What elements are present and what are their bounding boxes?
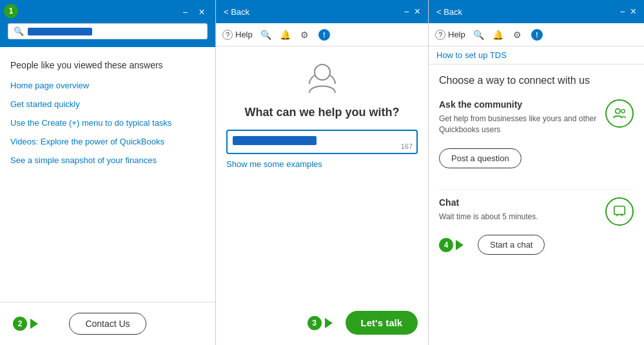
step-badge-2-wrapper: 2 [13,317,38,331]
community-section: Ask the community Get help from business… [439,99,634,142]
chat-section-left: Chat Wait time is about 5 minutes. [439,197,605,229]
panel1-topbar: 1 − × [8,6,208,18]
help-input-highlight [233,136,317,145]
panel2-nav: ? Help 🔍 🔔 ⚙ ! [216,23,428,46]
link-create-menu[interactable]: Use the Create (+) menu to do typical ta… [10,118,205,128]
chat-section: Chat Wait time is about 5 minutes. [439,197,634,229]
user-badge-p3[interactable]: ! [531,29,543,41]
close-button-p3[interactable]: × [630,6,636,17]
svg-point-0 [315,64,330,80]
help-nav-item[interactable]: ? Help [222,30,253,40]
close-button[interactable]: × [196,6,208,18]
svg-point-2 [621,110,625,113]
minimize-button[interactable]: − [179,6,191,18]
step-badge-1: 1 [4,4,18,18]
step-badge-4: 4 [439,238,453,252]
help-panel-1: 1 − × 🔍 People like you viewed these ans… [0,0,216,345]
start-chat-button[interactable]: Start a chat [478,235,545,255]
panel2-header: < Back − × [216,0,428,23]
link-get-started[interactable]: Get started quickly [10,99,205,109]
panel2-footer: 3 Let's talk [216,301,428,345]
char-count: 167 [401,143,413,150]
svg-point-1 [616,109,620,113]
panel3-nav: ? Help 🔍 🔔 ⚙ ! [429,23,644,46]
panel3-header-right: − × [620,6,636,17]
back-button-p3[interactable]: < Back [436,7,462,17]
user-badge[interactable]: ! [318,29,330,41]
section-title: People like you viewed these answers [10,60,205,70]
search-icon: 🔍 [14,26,24,36]
help-label-p3: Help [448,30,465,39]
svg-rect-3 [614,206,625,214]
panel2-body: What can we help you with? 167 Show me s… [216,46,428,301]
arrow-right-icon [30,319,38,329]
step-badge-2: 2 [13,317,27,331]
bell-icon[interactable]: 🔔 [280,29,291,41]
step-badge-3-wrapper: 3 [307,316,333,330]
gear-icon-p3[interactable]: ⚙ [512,29,523,41]
community-title: Ask the community [439,99,605,110]
contact-us-button[interactable]: Contact Us [69,313,146,335]
link-snapshot[interactable]: See a simple snapshot of your finances [10,155,205,165]
community-section-left: Ask the community Get help from business… [439,99,605,142]
help-nav-item-p3[interactable]: ? Help [435,30,465,40]
gear-icon[interactable]: ⚙ [299,29,311,41]
search-box[interactable]: 🔍 [8,23,208,39]
help-icon-p3: ? [435,30,445,40]
section-divider [439,189,634,190]
link-home-overview[interactable]: Home page overview [10,81,205,90]
panel1-header: 1 − × 🔍 [0,0,215,47]
panel1-content: People like you viewed these answers Hom… [0,47,215,302]
community-icon [605,99,634,128]
start-chat-area: 4 Start a chat [439,235,634,255]
chat-title: Chat [439,197,605,208]
chat-icon [605,197,634,226]
tds-link[interactable]: How to set up TDS [429,46,644,64]
bell-icon-p3[interactable]: 🔔 [493,29,504,41]
lets-talk-button[interactable]: Let's talk [346,311,418,335]
step-badge-4-wrapper: 4 [439,238,463,252]
post-question-button[interactable]: Post a question [439,148,522,168]
panel1-footer: 2 Contact Us [0,302,215,345]
agent-icon [303,59,342,98]
help-label: Help [235,30,253,39]
help-input-area[interactable]: 167 [226,130,418,154]
panel3-body: Choose a way to connect with us Ask the … [429,64,644,345]
search-input-value [28,28,92,35]
help-panel-3: < Back − × ? Help 🔍 🔔 ⚙ ! How to set up … [429,0,644,345]
help-icon: ? [222,30,233,40]
arrow-right-icon-3 [325,318,333,328]
arrow-right-icon-4 [456,240,463,250]
connect-title: Choose a way to connect with us [439,75,634,86]
panel1-links: Home page overview Get started quickly U… [10,81,205,165]
search-icon-nav[interactable]: 🔍 [260,29,272,41]
help-panel-2: < Back − × ? Help 🔍 🔔 ⚙ ! What can we he… [216,0,429,345]
close-button-p2[interactable]: × [415,6,420,17]
minimize-button-p2[interactable]: − [404,6,409,17]
step-badge-3: 3 [307,316,322,330]
minimize-button-p3[interactable]: − [620,6,625,17]
search-icon-nav-p3[interactable]: 🔍 [473,29,485,41]
panel2-topbar-right: − × [404,6,420,17]
panel3-header: < Back − × [429,0,644,23]
community-desc: Get help from businesses like yours and … [439,113,605,135]
show-examples-link[interactable]: Show me some examples [226,159,322,169]
link-videos[interactable]: Videos: Explore the power of QuickBooks [10,137,205,146]
chat-desc: Wait time is about 5 minutes. [439,212,605,222]
panel2-title: What can we help you with? [244,106,399,119]
back-button[interactable]: < Back [224,7,249,17]
